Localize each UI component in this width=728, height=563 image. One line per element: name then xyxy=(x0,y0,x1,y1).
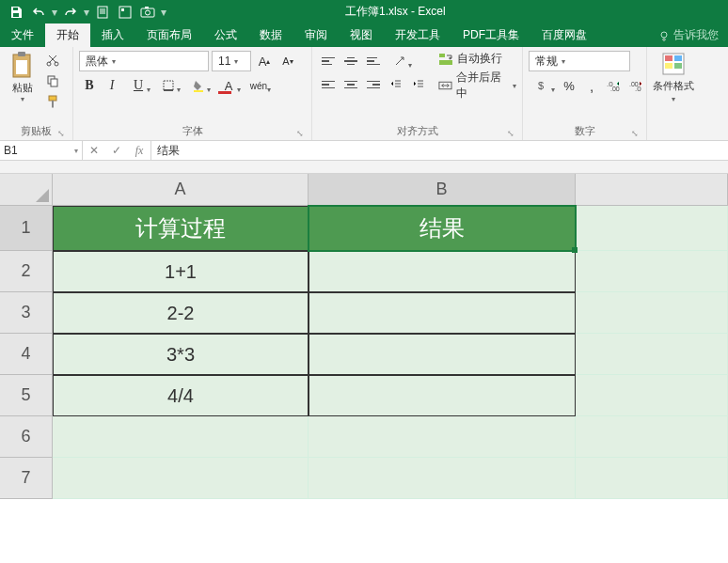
cancel-formula-icon[interactable]: ✕ xyxy=(83,144,105,157)
tab-formulas[interactable]: 公式 xyxy=(203,23,248,47)
col-header-blank[interactable] xyxy=(576,174,728,206)
cell-c5[interactable] xyxy=(576,375,728,416)
comma-icon[interactable]: , xyxy=(581,75,602,96)
row-header-5[interactable]: 5 xyxy=(0,375,53,416)
italic-button[interactable]: I xyxy=(102,75,122,96)
name-box[interactable]: B1▾ xyxy=(0,141,83,160)
cell-b3[interactable] xyxy=(309,292,576,334)
qat-more-icon[interactable]: ▾ xyxy=(160,6,167,19)
cell-b5[interactable] xyxy=(309,375,576,416)
cell-b7[interactable] xyxy=(309,458,576,499)
font-launcher-icon[interactable]: ⤡ xyxy=(296,129,304,138)
col-header-a[interactable]: A xyxy=(53,174,309,206)
cell-c1[interactable] xyxy=(576,206,728,251)
font-size-combo[interactable]: 11▾ xyxy=(212,51,251,71)
align-bottom-icon[interactable] xyxy=(363,52,384,70)
chevron-down-icon[interactable]: ▾ xyxy=(112,57,116,66)
clipboard-launcher-icon[interactable]: ⤡ xyxy=(57,129,65,138)
tab-baidu[interactable]: 百度网盘 xyxy=(530,23,598,47)
chevron-down-icon[interactable]: ▾ xyxy=(74,147,78,155)
new-file-icon[interactable] xyxy=(92,3,113,22)
row-header-6[interactable]: 6 xyxy=(0,416,53,458)
tab-view[interactable]: 视图 xyxy=(339,23,384,47)
bold-button[interactable]: B xyxy=(79,75,100,96)
number-format-combo[interactable]: 常规▾ xyxy=(529,51,630,71)
align-left-icon[interactable] xyxy=(318,75,339,94)
wrap-text-button[interactable]: 自动换行 xyxy=(438,51,516,67)
camera-icon[interactable] xyxy=(137,3,158,22)
tab-data[interactable]: 数据 xyxy=(248,23,293,47)
enter-formula-icon[interactable]: ✓ xyxy=(105,144,128,157)
cell-a1[interactable]: 计算过程 xyxy=(53,206,309,251)
redo-icon[interactable] xyxy=(60,3,81,22)
cut-icon[interactable] xyxy=(43,51,62,70)
cell-b2[interactable] xyxy=(309,251,576,292)
fill-color-button[interactable] xyxy=(184,75,213,96)
font-name-combo[interactable]: 黑体▾ xyxy=(79,51,209,71)
qat-dropdown-icon[interactable]: ▾ xyxy=(83,6,90,19)
formula-input[interactable]: 结果 xyxy=(151,141,728,160)
undo-icon[interactable] xyxy=(28,3,49,22)
paste-button[interactable]: 粘贴 ▾ xyxy=(6,51,40,103)
increase-font-icon[interactable]: A▴ xyxy=(254,51,275,71)
align-middle-icon[interactable] xyxy=(340,52,361,70)
cell-c2[interactable] xyxy=(576,251,728,292)
fx-icon[interactable]: fx xyxy=(128,144,150,158)
orientation-icon[interactable] xyxy=(386,51,414,71)
align-launcher-icon[interactable]: ⤡ xyxy=(507,129,514,138)
cell-b4[interactable] xyxy=(309,334,576,375)
cell-a7[interactable] xyxy=(53,458,309,499)
row-header-1[interactable]: 1 xyxy=(0,206,53,251)
phonetic-button[interactable]: wén xyxy=(245,75,273,96)
cell-a6[interactable] xyxy=(53,416,309,458)
align-center-icon[interactable] xyxy=(340,75,361,94)
tab-developer[interactable]: 开发工具 xyxy=(384,23,451,47)
percent-icon[interactable]: % xyxy=(559,75,579,96)
chevron-down-icon[interactable]: ▾ xyxy=(234,57,238,66)
tab-review[interactable]: 审阅 xyxy=(293,23,339,47)
copy-icon[interactable] xyxy=(43,71,62,90)
tell-me[interactable]: 告诉我您 xyxy=(647,23,728,47)
tab-page-layout[interactable]: 页面布局 xyxy=(135,23,203,47)
align-right-icon[interactable] xyxy=(363,75,384,94)
format-painter-icon[interactable] xyxy=(43,92,62,111)
chevron-down-icon[interactable]: ▾ xyxy=(562,57,565,66)
accounting-format-icon[interactable]: $ xyxy=(529,75,557,96)
decrease-decimal-icon[interactable]: .00.0 xyxy=(626,75,647,96)
save-icon[interactable] xyxy=(6,3,26,22)
increase-decimal-icon[interactable]: .0.00 xyxy=(604,75,625,96)
tab-pdf[interactable]: PDF工具集 xyxy=(451,23,530,47)
cell-a5[interactable]: 4/4 xyxy=(53,375,309,416)
font-color-button[interactable]: A xyxy=(214,75,243,96)
cell-a2[interactable]: 1+1 xyxy=(53,251,309,292)
row-header-7[interactable]: 7 xyxy=(0,458,53,499)
col-header-b[interactable]: B xyxy=(309,174,576,206)
conditional-format-button[interactable]: 条件格式 ▾ xyxy=(653,51,694,103)
cell-a3[interactable]: 2-2 xyxy=(53,292,309,334)
tab-insert[interactable]: 插入 xyxy=(90,23,135,47)
decrease-indent-icon[interactable] xyxy=(386,74,406,95)
merge-center-button[interactable]: 合并后居中 ▾ xyxy=(438,70,516,102)
cell-c6[interactable] xyxy=(576,416,728,458)
open-icon[interactable] xyxy=(115,3,135,22)
number-launcher-icon[interactable]: ⤡ xyxy=(631,129,639,138)
align-top-icon[interactable] xyxy=(318,52,339,70)
select-all-corner[interactable] xyxy=(0,174,53,206)
row-header-3[interactable]: 3 xyxy=(0,292,53,334)
border-button[interactable] xyxy=(154,75,182,96)
ribbon: 粘贴 ▾ 剪贴板⤡ 黑体▾ 11▾ A▴ A▾ B I U xyxy=(0,47,728,141)
cell-b1[interactable]: 结果 xyxy=(309,206,576,251)
underline-button[interactable]: U xyxy=(124,75,152,96)
row-header-4[interactable]: 4 xyxy=(0,334,53,375)
cell-b6[interactable] xyxy=(309,416,576,458)
tab-file[interactable]: 文件 xyxy=(0,23,45,47)
cell-c7[interactable] xyxy=(576,458,728,499)
increase-indent-icon[interactable] xyxy=(408,74,429,95)
row-header-2[interactable]: 2 xyxy=(0,251,53,292)
decrease-font-icon[interactable]: A▾ xyxy=(277,51,298,71)
cell-a4[interactable]: 3*3 xyxy=(53,334,309,375)
cell-c3[interactable] xyxy=(576,292,728,334)
cell-c4[interactable] xyxy=(576,334,728,375)
tab-home[interactable]: 开始 xyxy=(45,23,90,47)
qat-dropdown-icon[interactable]: ▾ xyxy=(51,6,58,19)
